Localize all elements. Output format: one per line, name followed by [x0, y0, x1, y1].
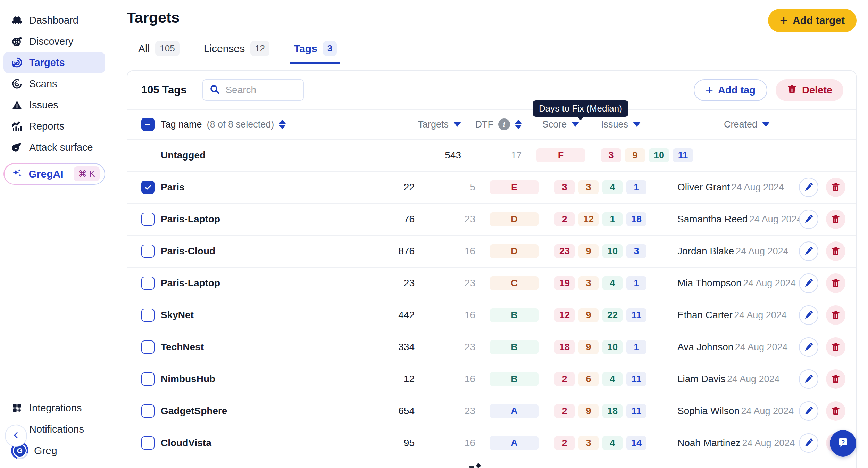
- created-by: Mia Thompson: [677, 278, 742, 288]
- search-box[interactable]: [202, 79, 304, 101]
- info-icon[interactable]: i: [498, 118, 510, 130]
- issue-count-badge: 3: [578, 436, 599, 450]
- targets-count: 442: [398, 310, 415, 321]
- sidebar-item-label: Integrations: [29, 402, 82, 414]
- created-date: 24 Aug 2024: [731, 182, 784, 192]
- targets-count: 76: [404, 214, 415, 225]
- table-row: TechNest33423B189101Ava Johnson 24 Aug 2…: [127, 331, 856, 363]
- created-date: 24 Aug 2024: [742, 438, 795, 448]
- row-checkbox[interactable]: [141, 372, 155, 386]
- warning-icon: [11, 99, 23, 111]
- delete-tag-button[interactable]: [826, 210, 845, 229]
- sidebar-item-scans[interactable]: Scans: [3, 73, 105, 94]
- row-checkbox[interactable]: [141, 277, 155, 290]
- sidebar-item-integrations[interactable]: Integrations: [3, 397, 105, 418]
- issue-count-badge: 1: [626, 276, 646, 290]
- edit-tag-button[interactable]: [799, 369, 818, 389]
- score-badge: B: [490, 340, 539, 354]
- chevron-down-icon[interactable]: [571, 122, 579, 127]
- row-checkbox[interactable]: [141, 181, 155, 194]
- issue-count-badge: 11: [626, 372, 646, 386]
- delete-tag-button[interactable]: [826, 337, 845, 357]
- delete-tag-button[interactable]: [826, 305, 845, 325]
- edit-tag-button[interactable]: [799, 337, 818, 357]
- trash-icon: [831, 310, 841, 321]
- dtf-value: 23: [465, 278, 475, 289]
- targets-count: 22: [404, 182, 415, 193]
- globe-icon: [11, 35, 23, 47]
- delete-tag-button[interactable]: [826, 178, 845, 197]
- row-checkbox[interactable]: [141, 404, 155, 418]
- tag-name: TechNest: [161, 342, 204, 353]
- tags-count-label: 105 Tags: [141, 84, 186, 96]
- sidebar-item-targets[interactable]: Targets: [3, 52, 105, 73]
- gregai-button[interactable]: GregAI ⌘ K: [3, 163, 105, 185]
- pencil-icon: [804, 438, 813, 449]
- delete-tag-button[interactable]: [826, 369, 845, 389]
- dtf-value: 23: [465, 214, 475, 225]
- sidebar-item-reports[interactable]: Reports: [3, 116, 105, 137]
- plus-icon: +: [706, 83, 713, 98]
- issue-count-badge: 18: [602, 404, 623, 418]
- tag-name: Paris-Laptop: [161, 214, 220, 225]
- issue-count-badge: 10: [602, 340, 623, 354]
- edit-tag-button[interactable]: [799, 433, 818, 453]
- column-header-tag-name: Tag name: [161, 119, 202, 130]
- search-input[interactable]: [225, 84, 297, 96]
- edit-tag-button[interactable]: [799, 178, 818, 197]
- sort-icon[interactable]: [515, 120, 522, 129]
- created-by: Samantha Reed: [677, 214, 748, 224]
- score-badge: A: [490, 404, 539, 418]
- issue-count-badge: 4: [602, 372, 623, 386]
- add-tag-button[interactable]: + Add tag: [694, 79, 767, 101]
- issue-count-badge: 1: [602, 212, 623, 226]
- tab-count-badge: 105: [155, 41, 179, 56]
- chevron-down-icon[interactable]: [453, 122, 461, 127]
- edit-tag-button[interactable]: [799, 210, 818, 229]
- sidebar-item-issues[interactable]: Issues: [3, 95, 105, 115]
- created-by: Oliver Grant: [677, 182, 730, 192]
- edit-tag-button[interactable]: [799, 273, 818, 293]
- scan-icon: [11, 78, 23, 90]
- sparkles-icon: [11, 167, 23, 181]
- chevron-down-icon[interactable]: [762, 122, 770, 127]
- created-date: 24 Aug 2024: [734, 310, 787, 320]
- tab-count-badge: 12: [250, 41, 269, 56]
- collapse-sidebar-button[interactable]: [5, 425, 27, 447]
- delete-tag-button[interactable]: [826, 241, 845, 261]
- tab-all[interactable]: All 105: [137, 38, 180, 64]
- trash-icon: [831, 182, 841, 193]
- row-checkbox[interactable]: [141, 436, 155, 450]
- delete-button[interactable]: Delete: [776, 79, 843, 101]
- delete-tag-button[interactable]: [826, 273, 845, 293]
- help-button[interactable]: ?: [830, 430, 856, 457]
- edit-tag-button[interactable]: [799, 401, 818, 421]
- created-by: Liam Davis: [677, 373, 725, 384]
- edit-tag-button[interactable]: [799, 305, 818, 325]
- tab-tags[interactable]: Tags 3: [293, 38, 337, 64]
- issue-count-badge: 3: [578, 276, 599, 290]
- sidebar-item-label: Attack surface: [29, 142, 93, 153]
- delete-tag-button[interactable]: [826, 401, 845, 421]
- tab-licenses[interactable]: Licenses 12: [203, 38, 270, 64]
- dtf-value: 23: [465, 342, 475, 353]
- select-all-checkbox[interactable]: [141, 118, 155, 131]
- sidebar-item-discovery[interactable]: Discovery: [3, 31, 105, 52]
- created-by: Ethan Carter: [677, 310, 733, 320]
- column-header-issues: Issues: [601, 119, 628, 130]
- chevron-left-icon: [11, 431, 20, 441]
- sort-icon[interactable]: [279, 120, 286, 129]
- row-checkbox[interactable]: [141, 309, 155, 322]
- row-checkbox[interactable]: [141, 213, 155, 226]
- add-target-button[interactable]: + Add target: [768, 9, 857, 32]
- table-row: SkyNet44216B1292211Ethan Carter 24 Aug 2…: [127, 299, 856, 331]
- sidebar-item-dashboard[interactable]: Dashboard: [3, 10, 105, 31]
- sidebar-item-label: Discovery: [29, 36, 73, 47]
- pencil-icon: [804, 182, 813, 193]
- row-checkbox[interactable]: [141, 340, 155, 354]
- row-checkbox[interactable]: [141, 245, 155, 258]
- chevron-down-icon[interactable]: [633, 122, 641, 127]
- edit-tag-button[interactable]: [799, 241, 818, 261]
- tags-table-card: 105 Tags + Add tag Delete: [127, 70, 857, 468]
- sidebar-item-attack-surface[interactable]: Attack surface: [3, 137, 105, 158]
